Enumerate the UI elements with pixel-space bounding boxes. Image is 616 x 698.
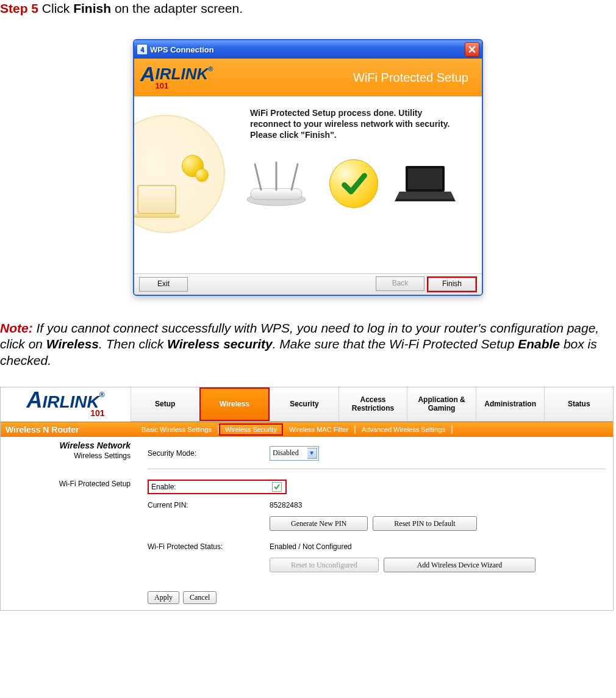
tab-application-gaming[interactable]: Application & Gaming bbox=[407, 387, 476, 421]
chevron-down-icon: ▾ bbox=[307, 448, 317, 459]
reset-pin-button[interactable]: Reset PIN to Default bbox=[373, 516, 476, 531]
close-button[interactable] bbox=[465, 42, 479, 57]
enable-highlight-box: Enable: bbox=[148, 480, 287, 494]
note-enable: Enable bbox=[518, 337, 560, 351]
enable-label: Enable: bbox=[150, 483, 176, 491]
cancel-button[interactable]: Cancel bbox=[183, 591, 217, 604]
form: Security Mode: Disabled ▾ Enable: C bbox=[137, 437, 613, 610]
step-label: Step 5 bbox=[0, 1, 38, 15]
brand-main: IRLINK bbox=[156, 65, 209, 83]
decorative-art bbox=[134, 96, 232, 273]
sub-nav: Basic Wireless Settings Wireless Securit… bbox=[135, 423, 613, 436]
aside-wireless-settings: Wireless Settings bbox=[1, 452, 131, 460]
model-name: Wireless N Router bbox=[1, 425, 135, 434]
status-label: Wi-Fi Protected Status: bbox=[148, 542, 270, 551]
reset-unconfigured-button: Reset to Unconfigured bbox=[270, 558, 379, 572]
wps-header-text: WiFi Protected Setup bbox=[353, 71, 468, 85]
laptop-icon bbox=[395, 162, 456, 205]
pin-value: 85282483 bbox=[270, 501, 606, 509]
subnav-mac-filter[interactable]: Wireless MAC Filter bbox=[283, 425, 356, 434]
tab-access-restrictions[interactable]: Access Restrictions bbox=[338, 387, 407, 421]
security-mode-label: Security Mode: bbox=[148, 449, 270, 458]
subnav-basic-wireless[interactable]: Basic Wireless Settings bbox=[135, 425, 219, 434]
tab-administration[interactable]: Administration bbox=[476, 387, 545, 421]
wps-dialog: 4 WPS Connection A IRLINK® 101 WiFi Prot… bbox=[133, 39, 483, 296]
note-wireless: Wireless bbox=[46, 337, 99, 351]
wps-header: A IRLINK® 101 WiFi Protected Setup bbox=[134, 59, 482, 96]
success-checkmark bbox=[329, 159, 378, 208]
subnav-advanced[interactable]: Advanced Wireless Settings bbox=[356, 425, 453, 434]
generate-pin-button[interactable]: Generate New PIN bbox=[270, 516, 368, 531]
aside: Wireless Network Wireless Settings Wi-Fi… bbox=[1, 437, 137, 610]
aside-section-title: Wireless Network bbox=[1, 441, 131, 450]
step-bold-finish: Finish bbox=[73, 1, 111, 15]
brand-reg: ® bbox=[208, 65, 213, 73]
apply-button[interactable]: Apply bbox=[148, 591, 179, 604]
close-icon bbox=[468, 46, 476, 53]
tab-setup[interactable]: Setup bbox=[131, 387, 199, 421]
note-block: Note: If you cannot connect successfully… bbox=[0, 320, 616, 369]
tab-status[interactable]: Status bbox=[544, 387, 613, 421]
tab-security[interactable]: Security bbox=[270, 387, 338, 421]
add-device-button[interactable]: Add Wireless Device Wizard bbox=[384, 558, 536, 572]
aside-wps: Wi-Fi Protected Setup bbox=[1, 480, 131, 488]
brand-logo: A IRLINK® 101 bbox=[140, 66, 213, 90]
svg-rect-3 bbox=[408, 168, 442, 189]
laptop-art-icon bbox=[137, 185, 176, 214]
wps-footer: Exit Back Finish bbox=[134, 273, 482, 295]
back-button: Back bbox=[376, 276, 424, 291]
exit-button[interactable]: Exit bbox=[139, 277, 188, 292]
status-value: Enabled / Not Configured bbox=[270, 542, 606, 551]
note-text2: . Then click bbox=[99, 337, 167, 351]
brand-sub: 101 bbox=[156, 82, 213, 90]
tab-wireless[interactable]: Wireless bbox=[199, 387, 270, 421]
note-text3: . Make sure that the Wi-Fi Protected Set… bbox=[273, 337, 518, 351]
app-icon: 4 bbox=[137, 44, 148, 55]
pin-label: Current PIN: bbox=[148, 501, 270, 509]
router-logo: AIRLINK® 101 bbox=[1, 387, 131, 422]
note-wireless-security: Wireless security bbox=[167, 337, 273, 351]
window-title: WPS Connection bbox=[150, 45, 214, 54]
device-row bbox=[232, 159, 470, 214]
wps-message: WiFi Protected Setup process done. Utili… bbox=[250, 107, 457, 141]
main-tabs: Setup Wireless Security Access Restricti… bbox=[131, 387, 613, 422]
check-icon bbox=[273, 483, 281, 491]
titlebar[interactable]: 4 WPS Connection bbox=[134, 40, 482, 59]
security-mode-select[interactable]: Disabled ▾ bbox=[270, 446, 319, 461]
wps-body: WiFi Protected Setup process done. Utili… bbox=[134, 96, 482, 273]
router-brand-reg: ® bbox=[99, 390, 105, 399]
note-label: Note: bbox=[0, 321, 33, 335]
subnav-wireless-security[interactable]: Wireless Security bbox=[219, 423, 283, 436]
router-config-screenshot: AIRLINK® 101 Setup Wireless Security Acc… bbox=[0, 387, 614, 611]
finish-button[interactable]: Finish bbox=[427, 276, 477, 292]
enable-checkbox[interactable] bbox=[272, 482, 282, 492]
step-text2: on the adapter screen. bbox=[111, 1, 243, 15]
doc-step-line: Step 5 Click Finish on the adapter scree… bbox=[0, 0, 616, 16]
security-mode-value: Disabled bbox=[271, 448, 304, 458]
router-icon bbox=[240, 159, 313, 208]
titlebar-left: 4 WPS Connection bbox=[137, 44, 214, 55]
step-text1: Click bbox=[38, 1, 73, 15]
